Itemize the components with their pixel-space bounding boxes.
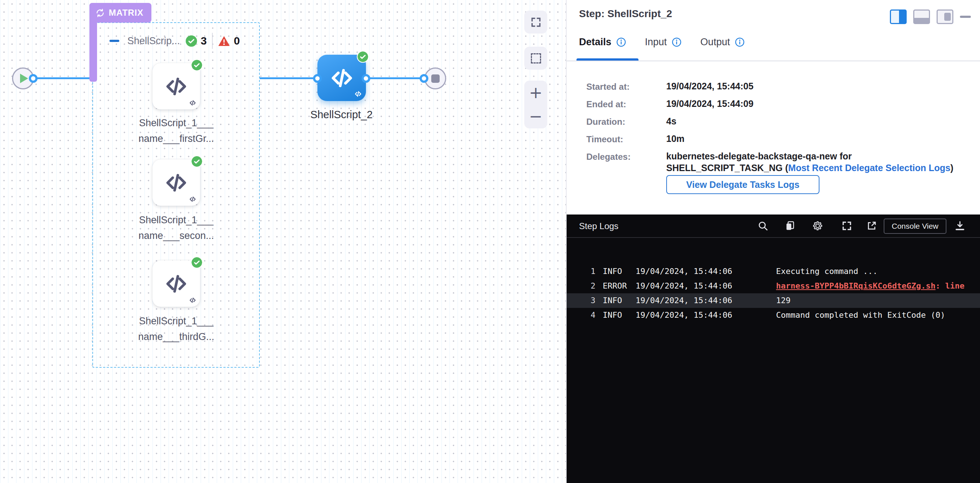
tab-label: Output [700, 37, 730, 48]
layout-toggle-bottom-view[interactable] [913, 10, 930, 24]
tab-input[interactable]: Input [645, 37, 681, 48]
download-icon[interactable] [953, 219, 967, 232]
panel-layout-toggles [890, 10, 971, 24]
detail-label: Timeout: [586, 134, 623, 145]
detail-label: Ended at: [586, 99, 626, 110]
detail-label: Duration: [586, 117, 625, 127]
logs-header-divider [566, 237, 980, 238]
panel-tabs: Details Input Output [579, 37, 745, 48]
panel-title: Step: ShellScript_2 [579, 8, 672, 20]
matrix-node-1[interactable] [153, 63, 200, 110]
marquee-select-button[interactable] [524, 47, 547, 70]
layout-toggle-split-view[interactable] [890, 10, 907, 24]
play-icon [20, 74, 28, 83]
delegates-line2-prefix: SHELL_SCRIPT_TASK_NG ( [666, 163, 788, 173]
zoom-out-button[interactable]: − [529, 108, 542, 124]
pipeline-execution-view: MATRIX ShellScrip... 3 0 ShellScript_1__… [0, 0, 980, 483]
view-delegate-tasks-logs-button[interactable]: View Delegate Tasks Logs [666, 175, 819, 194]
zoom-in-button[interactable]: + [529, 85, 542, 101]
selected-node-label: ShellScript_2 [305, 109, 378, 121]
code-mini-icon [354, 90, 362, 98]
log-message: 129 [776, 293, 980, 308]
connector-port [420, 74, 428, 83]
failed-count: 0 [234, 35, 240, 47]
node-port-right [361, 74, 370, 83]
delegate-selection-logs-link[interactable]: Most Recent Delegate Selection Logs [788, 163, 950, 173]
log-timestamp: 19/04/2024, 15:44:06 [636, 293, 776, 308]
tab-details[interactable]: Details [579, 37, 626, 48]
log-level: INFO [603, 264, 636, 279]
console-view-button[interactable]: Console View [884, 219, 947, 234]
code-icon [329, 66, 354, 91]
node-label-line: ShellScript_1___ [127, 115, 226, 131]
search-icon[interactable] [756, 219, 770, 232]
node-port-left [313, 74, 322, 83]
node-label-line: ShellScript_1___ [127, 212, 226, 228]
success-count: 3 [200, 35, 207, 47]
error-script-filename[interactable]: harness-BYPP4bBIRqisKCo6dteGZg.sh [776, 281, 935, 291]
info-icon[interactable] [616, 37, 626, 47]
detail-value: 19/04/2024, 15:44:05 [666, 81, 753, 92]
detail-label: Started at: [586, 82, 630, 92]
external-link-icon[interactable] [865, 219, 878, 232]
tab-label: Details [579, 37, 611, 48]
tab-label: Input [645, 37, 667, 48]
minimize-panel-button[interactable] [960, 16, 971, 18]
pipeline-canvas[interactable]: MATRIX ShellScrip... 3 0 ShellScript_1__… [0, 0, 566, 483]
log-row: 2 ERROR 19/04/2024, 15:44:06 harness-BYP… [566, 279, 980, 293]
matrix-node-2[interactable] [153, 159, 200, 206]
info-icon[interactable] [735, 37, 745, 47]
log-line-number: 1 [584, 264, 595, 279]
matrix-node-3[interactable] [153, 261, 200, 307]
copy-icon[interactable] [783, 219, 797, 232]
collapse-group-button[interactable] [110, 40, 119, 42]
group-name: ShellScrip... [127, 35, 180, 47]
step-logs-title: Step Logs [579, 221, 619, 231]
matrix-badge[interactable]: MATRIX [89, 3, 151, 22]
expand-fullscreen-icon[interactable] [840, 219, 853, 232]
log-level: ERROR [603, 279, 636, 293]
code-mini-icon [189, 297, 196, 304]
delegates-line1: kubernetes-delegate-backstage-qa-new for [666, 150, 953, 162]
code-icon [164, 272, 188, 296]
marquee-select-icon [531, 53, 541, 64]
tab-output[interactable]: Output [700, 37, 745, 48]
layout-toggle-floating-view[interactable] [937, 10, 953, 24]
error-message-rest: : line [935, 281, 964, 291]
log-row: 4 INFO 19/04/2024, 15:44:06 Command comp… [566, 308, 980, 323]
log-timestamp: 19/04/2024, 15:44:06 [636, 264, 776, 279]
success-check-badge [357, 51, 369, 63]
code-icon [164, 171, 188, 195]
log-row-highlighted: 3 INFO 19/04/2024, 15:44:06 129 [566, 293, 980, 308]
step-details-panel: Step: ShellScript_2 Details Input Output… [566, 0, 980, 483]
log-line-number: 4 [584, 308, 595, 323]
detail-value: 19/04/2024, 15:44:09 [666, 99, 753, 109]
warning-icon [218, 35, 230, 47]
node-label-line: ShellScript_1___ [127, 313, 226, 329]
detail-label: Delegates: [586, 152, 630, 162]
node-label-line: name___secon... [127, 228, 226, 244]
log-message: Command completed with ExitCode (0) [776, 308, 980, 323]
node-label-line: name___thirdG... [127, 329, 226, 345]
node-label: ShellScript_1___ name___firstGr... [127, 115, 226, 147]
fit-view-button[interactable] [524, 11, 547, 33]
matrix-badge-label: MATRIX [109, 8, 143, 18]
log-level: INFO [603, 308, 636, 323]
log-output[interactable]: 1 INFO 19/04/2024, 15:44:06 Executing co… [566, 264, 980, 323]
detail-value: 4s [666, 116, 676, 127]
step-node-shellscript-2[interactable] [317, 55, 366, 101]
log-timestamp: 19/04/2024, 15:44:06 [636, 279, 776, 293]
delegates-line2-suffix: ) [950, 163, 953, 173]
stop-icon [431, 75, 440, 83]
log-level: INFO [603, 293, 636, 308]
matrix-group-header: ShellScrip... 3 0 [110, 32, 240, 49]
delegates-line2: SHELL_SCRIPT_TASK_NG (Most Recent Delega… [666, 162, 953, 174]
info-icon[interactable] [672, 37, 681, 47]
zoom-controls: + − [524, 81, 547, 129]
settings-gear-icon[interactable] [811, 219, 824, 232]
success-check-icon [186, 35, 197, 47]
count-divider [212, 33, 213, 49]
fullscreen-icon [530, 16, 542, 28]
code-mini-icon [189, 99, 196, 106]
log-line-number: 3 [584, 293, 595, 308]
